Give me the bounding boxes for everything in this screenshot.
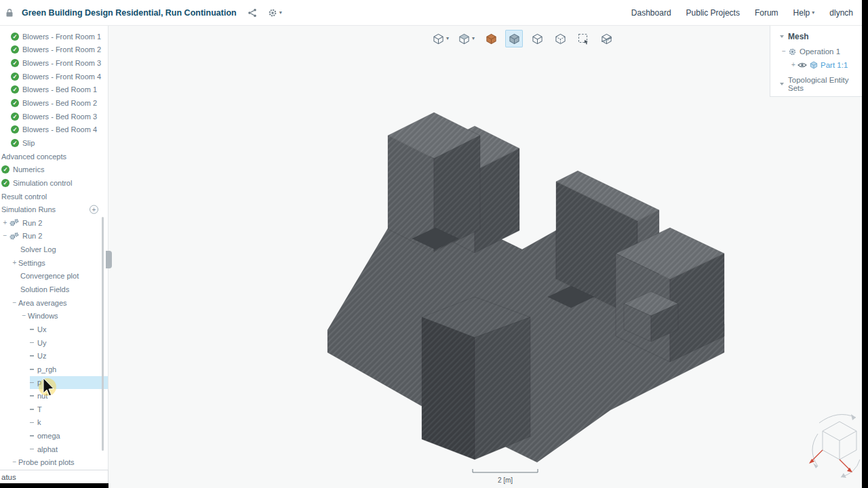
check-icon: ✓ [11, 85, 19, 94]
part-row[interactable]: + Part 1:1 [770, 58, 862, 72]
lock-icon [5, 8, 14, 18]
check-icon: ✓ [11, 33, 19, 41]
sidebar-item-alphat[interactable]: alphat [0, 443, 108, 456]
sidebar-item-label: Simulation Runs [1, 205, 56, 214]
letterbox-bottom-left [0, 483, 108, 488]
sidebar-item-blowers-front-room-1[interactable]: ✓Blowers - Front Room 1 [0, 30, 108, 43]
sidebar-item-p[interactable]: p [0, 376, 108, 390]
sidebar-item-probe-point-plots[interactable]: −Probe point plots [0, 456, 108, 470]
sidebar-item-uz[interactable]: Uz [0, 349, 108, 363]
part-cube-icon [810, 61, 818, 69]
top-header: Green Building Design Residential, Run C… [0, 0, 868, 26]
sidebar-item-blowers-bed-room-3[interactable]: ✓Blowers - Bed Room 3 [0, 110, 108, 123]
expand-icon[interactable]: + [1, 220, 9, 226]
sidebar-item-advanced-concepts[interactable]: Advanced concepts [0, 150, 108, 163]
sidebar-item-simulation-runs[interactable]: Simulation Runs+ [0, 203, 108, 216]
sidebar-item-blowers-bed-room-1[interactable]: ✓Blowers - Bed Room 1 [0, 83, 108, 97]
bullet-icon [30, 355, 34, 357]
sidebar-item-windows[interactable]: −Windows [0, 309, 108, 323]
render-mode-button[interactable]: ▾ [456, 30, 477, 47]
check-icon: ✓ [11, 125, 19, 134]
collapse-icon[interactable]: − [11, 459, 18, 466]
mesh-clip-button[interactable] [597, 30, 615, 47]
sidebar-item-numerics[interactable]: ✓Numerics [0, 163, 108, 176]
expand-icon[interactable]: + [11, 260, 18, 266]
sidebar-item-slip[interactable]: ✓Slip [0, 136, 108, 150]
operation-row[interactable]: − Operation 1 [770, 45, 862, 58]
nav-dashboard[interactable]: Dashboard [631, 8, 671, 18]
operation-label: Operation 1 [800, 47, 840, 56]
viewer-canvas[interactable]: 2 [m] ▾▾ [108, 26, 862, 488]
sidebar-item-label: Numerics [13, 165, 44, 174]
top-nav: Dashboard Public Projects Forum Help ▾ d… [631, 8, 853, 18]
sidebar-item-label: Blowers - Bed Room 1 [22, 85, 97, 94]
topological-entity-sets-row[interactable]: Topological Entity Sets [770, 77, 862, 91]
nav-username[interactable]: dlynch [829, 8, 853, 18]
sidebar-item-omega[interactable]: omega [0, 429, 108, 443]
sidebar-item-solver-log[interactable]: Solver Log [0, 243, 108, 256]
sidebar-item-blowers-bed-room-2[interactable]: ✓Blowers - Bed Room 2 [0, 96, 108, 110]
sidebar-item-label: Advanced concepts [1, 152, 66, 161]
bullet-icon [30, 369, 34, 370]
sidebar-item-label: Result control [1, 192, 47, 201]
sidebar-item-blowers-front-room-2[interactable]: ✓Blowers - Front Room 2 [0, 43, 108, 57]
sidebar-item-blowers-front-room-3[interactable]: ✓Blowers - Front Room 3 [0, 56, 108, 70]
sidebar-scrollbar[interactable] [102, 217, 104, 451]
sidebar-item-solution-fields[interactable]: Solution Fields [0, 283, 108, 296]
mesh-panel-header[interactable]: Mesh [770, 26, 862, 45]
expand-icon[interactable]: + [789, 62, 797, 68]
add-simulation-run-button[interactable]: + [90, 205, 98, 214]
collapse-icon[interactable]: − [11, 300, 18, 306]
sidebar-item-p-rgh[interactable]: p_rgh [0, 363, 108, 376]
sidebar-item-blowers-front-room-4[interactable]: ✓Blowers - Front Room 4 [0, 70, 108, 83]
view-orientation-button[interactable]: ▾ [431, 30, 451, 47]
collapse-icon[interactable]: − [1, 232, 9, 239]
edge-mode-button[interactable] [551, 30, 569, 47]
sidebar-item-label: Blowers - Bed Room 2 [22, 99, 97, 107]
surface-mode-button[interactable] [528, 30, 546, 47]
sidebar-item-uy[interactable]: Uy [0, 336, 108, 350]
bullet-icon [30, 449, 34, 450]
sidebar-item-ux[interactable]: Ux [0, 323, 108, 336]
collapse-icon[interactable]: − [780, 48, 788, 55]
sidebar-item-k[interactable]: k [0, 416, 108, 430]
mesh-viewport[interactable]: 2 [m] [108, 26, 862, 488]
sidebar-item-result-control[interactable]: Result control [0, 190, 108, 203]
nav-forum[interactable]: Forum [755, 8, 778, 18]
render-cube-icon [458, 33, 470, 45]
bullet-icon [30, 382, 34, 384]
sidebar-item-label: Simulation control [13, 179, 72, 187]
share-button[interactable] [248, 8, 257, 18]
sidebar-item-run-2[interactable]: +Run 2 [0, 216, 108, 230]
gears-icon [9, 232, 20, 241]
collapse-icon[interactable]: − [20, 312, 28, 319]
mesh-visibility-button[interactable] [505, 30, 523, 47]
sidebar-item-run-2[interactable]: −Run 2 [0, 230, 108, 243]
check-icon: ✓ [11, 45, 19, 54]
sidebar-item-label: Slip [22, 139, 35, 147]
sidebar-item-convergence-plot[interactable]: Convergence plot [0, 270, 108, 283]
check-icon: ✓ [11, 99, 19, 107]
sidebar-item-nut[interactable]: nut [0, 389, 108, 403]
sidebar-item-area-averages[interactable]: −Area averages [0, 296, 108, 310]
sidebar-item-label: Run 2 [22, 219, 42, 227]
sidebar-item-settings[interactable]: +Settings [0, 256, 108, 270]
mesh-quality-button[interactable] [482, 30, 500, 47]
collapse-triangle-icon [780, 35, 784, 38]
check-icon: ✓ [1, 165, 9, 174]
status-bar: atus [0, 470, 108, 483]
visibility-eye-icon[interactable] [797, 62, 807, 68]
settings-gear-button[interactable]: ▾ [268, 8, 282, 18]
operation-gear-icon [788, 47, 797, 56]
mesh-clip-icon [601, 33, 612, 45]
sidebar-collapse-handle[interactable] [106, 251, 112, 268]
sidebar-item-blowers-bed-room-4[interactable]: ✓Blowers - Bed Room 4 [0, 123, 108, 136]
nav-public-projects[interactable]: Public Projects [686, 8, 740, 18]
box-select-button[interactable] [574, 30, 592, 47]
nav-help[interactable]: Help ▾ [793, 8, 815, 18]
x-axis-arrow [809, 450, 852, 472]
orientation-gizmo[interactable] [809, 414, 860, 478]
sidebar-item-t[interactable]: T [0, 403, 108, 416]
mesh-panel: Mesh − Operation 1 + Part 1:1 Topologica… [770, 26, 862, 97]
sidebar-item-simulation-control[interactable]: ✓Simulation control [0, 176, 108, 190]
